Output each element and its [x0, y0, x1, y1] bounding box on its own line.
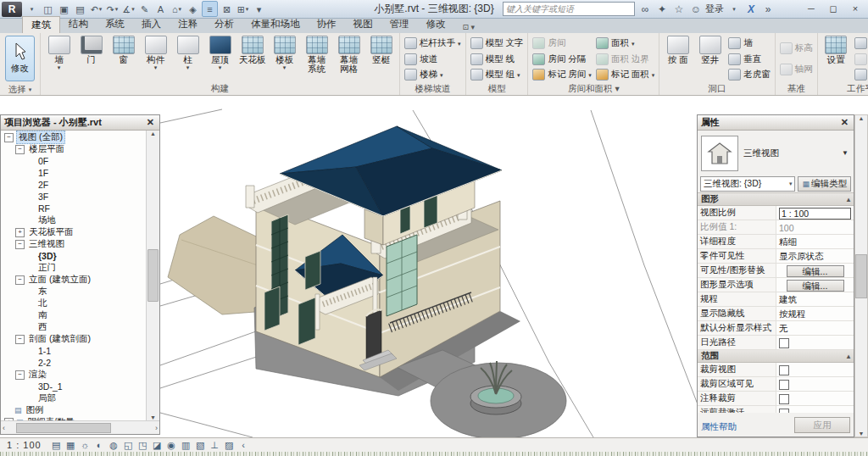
tree-expander-icon[interactable]: −	[15, 145, 25, 154]
tree-item[interactable]: 1-1	[1, 345, 146, 357]
ribbon-button-railing[interactable]: 栏杆扶手▾	[404, 36, 461, 51]
collapse-bar-icon[interactable]: ‹	[237, 440, 250, 451]
shadows-icon[interactable]: ◐	[93, 440, 106, 451]
sun-path-icon[interactable]: ☼	[79, 440, 92, 451]
property-input-view-scale[interactable]: 1 : 100	[779, 208, 851, 220]
property-checkbox-crop-region-visible[interactable]	[779, 380, 789, 390]
ribbon-button-ceiling[interactable]: 天花板	[236, 35, 268, 83]
open-icon[interactable]: ◫	[41, 3, 55, 17]
tab-analyze[interactable]: 分析	[206, 16, 242, 33]
section-icon[interactable]: ◈	[186, 3, 200, 17]
ribbon-button-model-text[interactable]: 模型 文字	[470, 36, 524, 51]
scroll-down-icon[interactable]: ▼	[150, 414, 156, 420]
print-icon[interactable]: ▤	[73, 3, 87, 17]
type-selector-caret-icon[interactable]: ▼	[842, 149, 850, 157]
redo-icon[interactable]: ↷▾	[105, 3, 120, 17]
property-section-header[interactable]: 图形▴	[698, 193, 854, 206]
ribbon-button-area[interactable]: 面积▾	[596, 36, 654, 51]
property-edit-button-visibility-graphics[interactable]: 编辑...	[787, 265, 844, 277]
ribbon-button-viewer[interactable]: 查看器	[854, 68, 868, 82]
app-menu-button[interactable]: R	[2, 2, 22, 17]
property-checkbox-sun-path[interactable]	[779, 338, 789, 348]
temporary-hide-isolate-icon[interactable]: ◪	[151, 440, 164, 451]
tree-item[interactable]: 正门	[1, 262, 146, 274]
ribbon-collapse-icon[interactable]: ⊡ ▾	[459, 21, 479, 33]
panel-label-opening[interactable]: 洞口	[659, 83, 775, 95]
ribbon-button-model-line[interactable]: 模型 线	[470, 52, 524, 66]
ribbon-button-shaft[interactable]: 竖井	[694, 35, 726, 83]
ribbon-button-tag-room[interactable]: 标记 房间▾	[532, 68, 591, 82]
tree-item[interactable]: −剖面 (建筑剖面)	[1, 333, 146, 345]
ribbon-button-tag-area[interactable]: 标记 面积▾	[596, 68, 654, 82]
ribbon-button-roof[interactable]: 屋顶▾	[204, 35, 236, 83]
ribbon-button-door[interactable]: 门	[75, 35, 107, 83]
ribbon-button-window[interactable]: 窗	[108, 35, 139, 83]
help-search-input[interactable]	[503, 2, 635, 16]
show-crop-region-icon[interactable]: ◳	[136, 440, 149, 451]
tree-expander-icon[interactable]: −	[15, 335, 25, 344]
thin-lines-icon[interactable]: ≡	[202, 1, 218, 17]
tree-item[interactable]: +天花板平面	[1, 226, 146, 238]
tab-building[interactable]: 建筑	[22, 16, 60, 33]
project-browser-header[interactable]: 项目浏览器 - 小别墅.rvt ✕	[1, 115, 159, 131]
scroll-thumb[interactable]	[855, 254, 867, 298]
type-selector[interactable]: 三维视图 ▼	[698, 131, 854, 175]
edit-type-button[interactable]: ▦ 编辑类型	[798, 176, 851, 192]
restore-button[interactable]: ◻	[822, 3, 844, 14]
tree-item[interactable]: 北	[1, 298, 146, 309]
tree-expander-icon[interactable]: −	[15, 240, 25, 249]
scroll-thumb[interactable]	[16, 423, 111, 433]
render-icon[interactable]: ◍	[108, 440, 120, 451]
reveal-constraints-icon[interactable]: ⊥	[209, 440, 221, 451]
minimize-button[interactable]: ─	[800, 3, 822, 14]
tree-item[interactable]: {3D}	[1, 250, 146, 262]
view-scale-button[interactable]: 1 : 100	[7, 440, 42, 450]
tree-item[interactable]: 3F	[1, 191, 146, 203]
tree-item[interactable]: 局部	[1, 392, 146, 404]
project-browser-close-icon[interactable]: ✕	[145, 117, 156, 128]
ribbon-button-floor[interactable]: 楼板▾	[269, 35, 300, 83]
tree-expander-icon[interactable]: −	[15, 370, 25, 380]
customize-quick-access-icon[interactable]: ▾	[252, 3, 266, 17]
ribbon-button-curtain-grid[interactable]: 幕墙 网格	[333, 35, 364, 83]
tab-collaborate[interactable]: 协作	[309, 16, 345, 33]
ribbon-button-column[interactable]: 柱▾	[172, 35, 203, 83]
tree-item[interactable]: RF	[1, 203, 146, 214]
section-collapse-icon[interactable]: ▴	[847, 196, 850, 203]
worksharing-display-icon[interactable]: ▨	[223, 440, 236, 451]
tree-item[interactable]: 南	[1, 309, 146, 321]
ribbon-button-curtain-system[interactable]: 幕墙 系统	[301, 35, 332, 83]
property-value-default-analysis-display[interactable]: 无	[779, 323, 788, 335]
tree-item[interactable]: 西	[1, 321, 146, 333]
property-value-show-hidden-lines[interactable]: 按规程	[779, 309, 806, 320]
ribbon-button-model-group[interactable]: 模型 组▾	[470, 68, 524, 82]
sign-in-button[interactable]: ☺ 登录	[689, 3, 724, 15]
panel-label-work-plane[interactable]: 工作平面	[818, 83, 868, 95]
property-section-header[interactable]: 范围▴	[698, 350, 854, 363]
property-checkbox-annotation-crop[interactable]	[779, 394, 789, 404]
signin-caret-icon[interactable]: ▾	[727, 6, 741, 13]
modify-icon[interactable]: ✎	[137, 3, 152, 17]
favorites-icon[interactable]: ☆	[672, 3, 686, 15]
save-icon[interactable]: ▣	[57, 3, 71, 17]
scroll-up-icon[interactable]: ▲	[150, 131, 156, 136]
panel-label-datum[interactable]: 基准	[776, 83, 817, 95]
tab-view[interactable]: 视图	[345, 16, 381, 33]
tree-item[interactable]: −楼层平面	[1, 143, 146, 155]
tab-massing-site[interactable]: 体量和场地	[242, 16, 309, 33]
scroll-left-icon[interactable]: ‹	[3, 424, 5, 432]
tree-expander-icon[interactable]: −	[4, 133, 14, 142]
section-collapse-icon[interactable]: ▴	[847, 353, 850, 360]
scroll-right-icon[interactable]: ›	[155, 424, 158, 432]
properties-vertical-scrollbar[interactable]: ▲ ▼	[854, 114, 868, 437]
properties-header[interactable]: 属性 ✕	[698, 115, 854, 131]
measure-icon[interactable]: ∡▾	[121, 3, 136, 17]
select-panel-label[interactable]: 选择▾	[0, 83, 40, 95]
ribbon-button-wall[interactable]: 墙▾	[43, 35, 75, 83]
tree-item[interactable]: −三维视图	[1, 238, 146, 250]
scroll-up-icon[interactable]: ▲	[859, 115, 865, 121]
tree-item[interactable]: 场地	[1, 214, 146, 226]
ribbon-button-vertical-opening[interactable]: 垂直	[728, 52, 771, 66]
default-3d-view-icon[interactable]: ⌂▾	[170, 2, 184, 16]
text-icon[interactable]: A	[153, 2, 168, 16]
